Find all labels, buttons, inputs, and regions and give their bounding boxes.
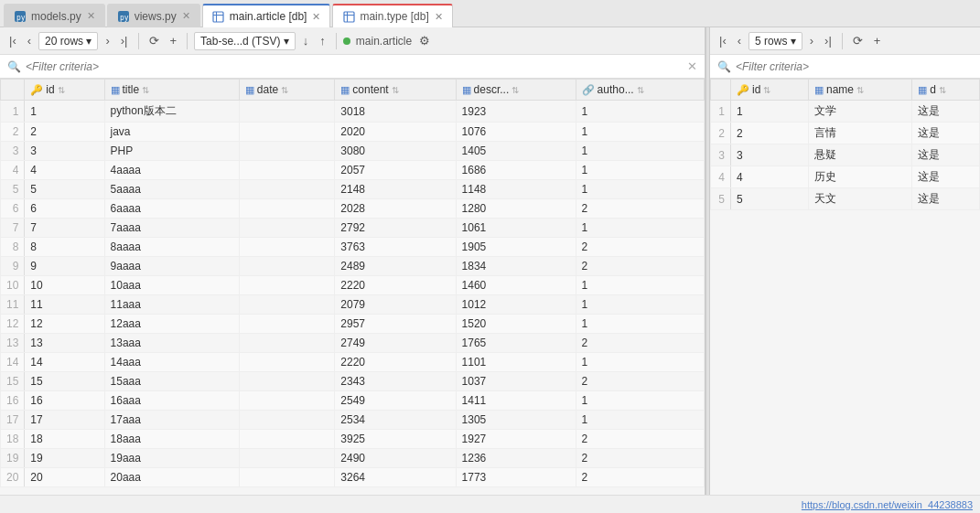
settings-btn[interactable]: ⚙ [415, 32, 434, 49]
sep2 [187, 33, 188, 49]
left-filter-close[interactable]: ✕ [687, 59, 697, 73]
col-date-left[interactable]: ▦ date ⇅ [239, 80, 335, 101]
table-row[interactable]: 7 7 7aaaa 2792 1061 1 [1, 219, 705, 238]
table-row[interactable]: 15 15 15aaa 2343 1037 2 [1, 372, 705, 391]
svg-rect-7 [344, 12, 354, 22]
table-row[interactable]: 8 8 8aaaa 3763 1905 2 [1, 238, 705, 257]
table-row[interactable]: 20 20 20aaa 3264 1773 2 [1, 468, 705, 487]
table-row[interactable]: 12 12 12aaa 2957 1520 1 [1, 315, 705, 334]
sort-name-right[interactable]: ⇅ [856, 85, 864, 95]
format-selector[interactable]: Tab-se...d (TSV) ▾ [194, 32, 296, 50]
row-num: 1 [1, 101, 25, 123]
col-id-right[interactable]: 🔑 id ⇅ [731, 80, 809, 101]
sort-date[interactable]: ⇅ [281, 85, 288, 95]
right-nav-last-btn[interactable]: ›| [821, 32, 835, 49]
rows-selector[interactable]: 20 rows ▾ [38, 32, 98, 50]
cell-descr: 1148 [456, 180, 576, 199]
table-row[interactable]: 4 4 4aaaa 2057 1686 1 [1, 161, 705, 180]
tab-article[interactable]: main.article [db] ✕ [202, 4, 331, 27]
cell-title: 19aaa [104, 449, 239, 468]
right-nav-first-btn[interactable]: |‹ [716, 32, 730, 49]
table-row[interactable]: 11 11 11aaa 2079 1012 1 [1, 295, 705, 315]
table-row[interactable]: 14 14 14aaa 2220 1101 1 [1, 353, 705, 372]
tab-type-close[interactable]: ✕ [435, 11, 443, 23]
table-row[interactable]: 2 2 java 2020 1076 1 [1, 123, 705, 142]
table-row[interactable]: 2 2 言情 这是 [711, 123, 980, 144]
row-num: 15 [1, 372, 25, 391]
key-icon-id-right: 🔑 [737, 84, 749, 96]
tab-views[interactable]: py views.py ✕ [107, 4, 200, 27]
tab-views-close[interactable]: ✕ [182, 10, 190, 22]
table-row[interactable]: 19 19 19aaa 2490 1236 2 [1, 449, 705, 468]
table-row[interactable]: 10 10 10aaa 2220 1460 1 [1, 276, 705, 295]
sort-content[interactable]: ⇅ [392, 85, 399, 95]
table-icon-col-content: ▦ [340, 84, 350, 96]
right-filter-input[interactable] [736, 60, 973, 73]
nav-next-btn[interactable]: › [102, 32, 113, 49]
nav-first-btn[interactable]: |‹ [5, 32, 20, 49]
table-row[interactable]: 17 17 17aaa 2534 1305 1 [1, 411, 705, 430]
sort-id-right[interactable]: ⇅ [763, 85, 770, 95]
col-title-left[interactable]: ▦ title ⇅ [104, 80, 239, 101]
add-row-btn[interactable]: + [167, 32, 181, 49]
cell-autho: 2 [576, 468, 704, 487]
table-row[interactable]: 3 3 PHP 3080 1405 1 [1, 142, 705, 161]
right-add-btn[interactable]: + [870, 32, 885, 49]
py-icon: py [14, 10, 27, 23]
left-filter-input[interactable] [26, 60, 683, 73]
cell-descr: 1405 [456, 142, 576, 161]
sort-descr[interactable]: ⇅ [512, 85, 519, 95]
cell-id: 6 [25, 199, 104, 219]
cell-d: 这是 [912, 144, 980, 166]
table-row[interactable]: 1 1 python版本二 3018 1923 1 [1, 101, 705, 123]
col-content-label: content [352, 83, 388, 96]
cell-content: 2534 [335, 411, 456, 430]
cell-name: 文学 [809, 101, 912, 123]
cell-descr: 1765 [456, 334, 576, 353]
right-filter-bar: 🔍 [710, 55, 980, 79]
table-row[interactable]: 16 16 16aaa 2549 1411 1 [1, 391, 705, 411]
table-row[interactable]: 3 3 悬疑 这是 [711, 144, 980, 166]
right-nav-prev-btn[interactable]: ‹ [734, 32, 745, 49]
cell-descr: 1280 [456, 199, 576, 219]
cell-date [239, 353, 335, 372]
fk-icon-col-autho: 🔗 [582, 84, 595, 96]
col-autho-left[interactable]: 🔗 autho... ⇅ [576, 80, 704, 101]
col-id-left[interactable]: 🔑 id ⇅ [25, 80, 104, 101]
sort-id[interactable]: ⇅ [58, 85, 65, 95]
cell-content: 2020 [335, 123, 456, 142]
tab-type[interactable]: main.type [db] ✕ [332, 4, 452, 27]
tab-models-close[interactable]: ✕ [87, 10, 95, 22]
right-nav-next-btn[interactable]: › [806, 32, 817, 49]
table-row[interactable]: 4 4 历史 这是 [711, 166, 980, 188]
sort-d-right[interactable]: ⇅ [939, 85, 946, 95]
sort-title[interactable]: ⇅ [142, 85, 149, 95]
tab-article-close[interactable]: ✕ [312, 11, 320, 23]
row-num: 1 [711, 101, 731, 123]
download-btn[interactable]: ↓ [299, 32, 313, 49]
table-row[interactable]: 13 13 13aaa 2749 1765 2 [1, 334, 705, 353]
col-name-right[interactable]: ▦ name ⇅ [809, 80, 912, 101]
table-row[interactable]: 6 6 6aaaa 2028 1280 2 [1, 199, 705, 219]
table-row[interactable]: 1 1 文学 这是 [711, 101, 980, 123]
refresh-btn[interactable]: ⟳ [145, 32, 163, 49]
table-row[interactable]: 18 18 18aaa 3925 1927 2 [1, 430, 705, 449]
col-content-left[interactable]: ▦ content ⇅ [335, 80, 456, 101]
col-d-right[interactable]: ▦ d ⇅ [912, 80, 980, 101]
cell-content: 3925 [335, 430, 456, 449]
upload-btn[interactable]: ↑ [316, 32, 329, 49]
sort-autho[interactable]: ⇅ [637, 85, 644, 95]
cell-id: 5 [25, 180, 104, 199]
cell-descr: 1834 [456, 257, 576, 276]
nav-last-btn[interactable]: ›| [117, 32, 132, 49]
table-row[interactable]: 5 5 天文 这是 [711, 188, 980, 210]
cell-id: 13 [25, 334, 104, 353]
py-icon-views: py [117, 10, 130, 23]
table-row[interactable]: 5 5 5aaaa 2148 1148 1 [1, 180, 705, 199]
tab-models[interactable]: py models.py ✕ [4, 4, 105, 27]
right-rows-selector[interactable]: 5 rows ▾ [748, 32, 802, 50]
table-row[interactable]: 9 9 9aaaa 2489 1834 2 [1, 257, 705, 276]
right-refresh-btn[interactable]: ⟳ [849, 32, 867, 49]
nav-prev-btn[interactable]: ‹ [24, 32, 35, 49]
col-descr-left[interactable]: ▦ descr... ⇅ [456, 80, 576, 101]
